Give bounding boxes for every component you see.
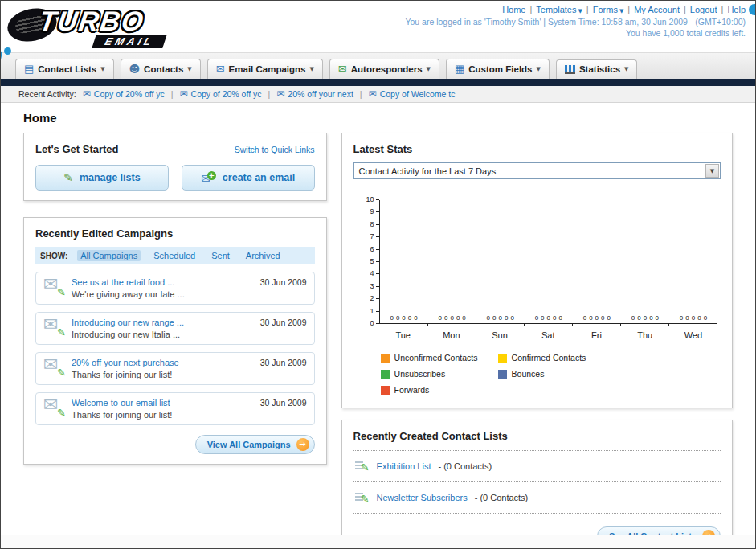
filter-sent[interactable]: Sent <box>208 250 233 261</box>
view-all-campaigns-button[interactable]: View All Campaigns → <box>195 435 315 454</box>
contact-list-row[interactable]: ✎Exhibition List- (0 Contacts) <box>353 450 721 482</box>
tab-statistics[interactable]: Statistics▼ <box>556 59 638 79</box>
filter-archived[interactable]: Archived <box>243 250 284 261</box>
recent-activity-link[interactable]: Copy of 20% off yc <box>191 89 262 99</box>
manage-lists-button[interactable]: ✎ manage lists <box>35 165 169 191</box>
recent-activity-item[interactable]: ✉Copy of 20% off yc <box>180 88 262 100</box>
recent-activity-bar: Recent Activity: ✉Copy of 20% off yc|✉Co… <box>1 86 755 103</box>
chart-value-labels: 00000 <box>525 314 573 322</box>
right-column: Latest Stats Contact Activity for the La… <box>341 133 733 549</box>
pencil-icon: ✎ <box>57 286 66 298</box>
create-email-button[interactable]: ✉+ create an email <box>182 165 315 191</box>
x-axis-tick-label: Sat <box>524 330 572 340</box>
show-label: SHOW: <box>40 252 67 260</box>
recent-activity-link[interactable]: Copy of 20% off yc <box>94 89 165 99</box>
chevron-down-icon: ▼ <box>427 66 431 72</box>
nav-link-templates[interactable]: Templates <box>536 5 576 14</box>
tab-label: Email Campaigns <box>229 64 306 74</box>
pencil-icon: ✎ <box>63 171 73 184</box>
nav-separator: | <box>627 5 630 14</box>
nav-link-my-account[interactable]: My Account <box>634 5 680 14</box>
stats-period-select[interactable]: Contact Activity for the Last 7 Days ▼ <box>353 162 721 179</box>
chart-value-label: 0 <box>558 314 562 322</box>
email-campaigns-icon: ✉ <box>216 64 225 74</box>
chevron-down-icon: ▼ <box>578 8 582 14</box>
legend-item: Unconfirmed Contacts <box>381 353 498 363</box>
view-all-campaigns-label: View All Campaigns <box>207 440 291 449</box>
tab-email-campaigns[interactable]: ✉Email Campaigns▼ <box>207 59 323 79</box>
contact-lists-icon: ▤ <box>24 64 34 74</box>
recent-activity-item[interactable]: ✉Copy of Welcome tc <box>369 88 456 100</box>
contact-list-link[interactable]: Newsletter Subscribers <box>377 493 468 502</box>
legend-label: Bounces <box>512 369 545 379</box>
chevron-down-icon: ▼ <box>187 66 191 72</box>
contact-list-link[interactable]: Exhibition List <box>377 461 431 471</box>
recent-activity-label: Recent Activity: <box>18 89 76 99</box>
chart-y-axis: 012345678910 <box>362 200 379 324</box>
chart-value-label: 0 <box>487 314 490 322</box>
nav-link-forms[interactable]: Forms <box>593 5 618 14</box>
envelope-icon: ✉ <box>369 88 377 100</box>
campaign-row[interactable]: ✉✎Introducing our new range ...Introduci… <box>35 312 315 345</box>
campaign-texts: See us at the retail food ...We're givin… <box>72 277 253 299</box>
chart-value-labels: 00000 <box>621 314 669 322</box>
campaign-title-link[interactable]: See us at the retail food ... <box>72 277 253 287</box>
contact-list-items: ✎Exhibition List- (0 Contacts)✎Newslette… <box>353 450 721 514</box>
chart-value-label: 0 <box>589 314 592 322</box>
tab-autoresponders[interactable]: ✉Autoresponders▼ <box>329 59 439 79</box>
chart-value-label: 0 <box>498 314 501 322</box>
campaign-row[interactable]: ✉✎Welcome to our email listThanks for jo… <box>35 392 315 425</box>
campaign-title-link[interactable]: Introducing our new range ... <box>72 318 253 327</box>
filter-scheduled[interactable]: Scheduled <box>150 250 198 261</box>
recent-activity-link[interactable]: 20% off your next <box>288 89 353 99</box>
recent-campaigns-panel: Recently Edited Campaigns SHOW: All Camp… <box>23 217 327 465</box>
campaign-subtitle: Thanks for joining our list! <box>72 410 253 420</box>
envelope-pencil-icon: ✉✎ <box>43 398 64 419</box>
activity-separator: | <box>171 89 174 99</box>
chart-day-column: 00000 <box>428 200 476 323</box>
recent-contact-lists-panel: Recently Created Contact Lists ✎Exhibiti… <box>341 420 733 549</box>
recent-activity-link[interactable]: Copy of Welcome tc <box>380 89 456 99</box>
envelope-icon: ✉ <box>43 395 58 415</box>
y-axis-tick-label: 7 <box>370 232 374 240</box>
switch-quick-links-link[interactable]: Switch to Quick Links <box>235 145 315 154</box>
chevron-down-icon: ▼ <box>537 66 541 72</box>
campaign-row[interactable]: ✉✎See us at the retail food ...We're giv… <box>35 272 315 305</box>
envelope-icon: ✉ <box>43 274 58 294</box>
chart-value-label: 0 <box>396 314 399 322</box>
campaign-row[interactable]: ✉✎20% off your next purchaseThanks for j… <box>35 352 315 385</box>
chevron-down-icon: ▼ <box>100 66 104 72</box>
decor-dot-icon <box>4 47 11 55</box>
chart-value-label: 0 <box>547 314 550 322</box>
nav-link-help[interactable]: Help <box>727 5 746 14</box>
campaign-title-link[interactable]: Welcome to our email list <box>72 398 253 408</box>
recent-activity-item[interactable]: ✉Copy of 20% off yc <box>83 88 165 100</box>
x-axis-tick-label: Mon <box>427 330 476 340</box>
campaign-title-link[interactable]: 20% off your next purchase <box>72 358 253 367</box>
y-axis-tick-label: 9 <box>370 207 374 215</box>
nav-separator: | <box>586 5 589 14</box>
activity-separator: | <box>360 89 362 99</box>
filter-all-campaigns[interactable]: All Campaigns <box>77 250 141 261</box>
nav-link-logout[interactable]: Logout <box>690 5 717 14</box>
chart-value-labels: 00000 <box>573 314 621 322</box>
contact-list-row[interactable]: ✎Newsletter Subscribers- (0 Contacts) <box>353 482 721 514</box>
tab-contacts[interactable]: ☻Contacts▼ <box>121 59 201 79</box>
recent-activity-items: ✉Copy of 20% off yc|✉Copy of 20% off yc|… <box>83 88 456 100</box>
x-axis-tick-label: Sun <box>476 330 524 340</box>
recent-activity-item[interactable]: ✉20% off your next <box>276 88 353 100</box>
chart-value-label: 0 <box>601 314 604 322</box>
chart-day-column: 00000 <box>621 200 669 323</box>
nav-link-home[interactable]: Home <box>502 5 525 14</box>
legend-label: Forwards <box>394 385 430 395</box>
dark-divider-bar <box>1 79 755 86</box>
contact-list-count: - (0 Contacts) <box>475 493 529 502</box>
envelope-plus-icon: ✉+ <box>201 171 216 185</box>
x-axis-tick-label: Thu <box>621 330 669 340</box>
legend-swatch <box>498 370 507 379</box>
tab-custom-fields[interactable]: ▦Custom Fields▼ <box>446 59 550 79</box>
tab-contact-lists[interactable]: ▤Contact Lists▼ <box>15 59 114 79</box>
list-pencil-icon: ✎ <box>355 490 370 505</box>
chart-value-label: 0 <box>644 314 647 322</box>
chart-day-column: 00000 <box>476 200 525 323</box>
